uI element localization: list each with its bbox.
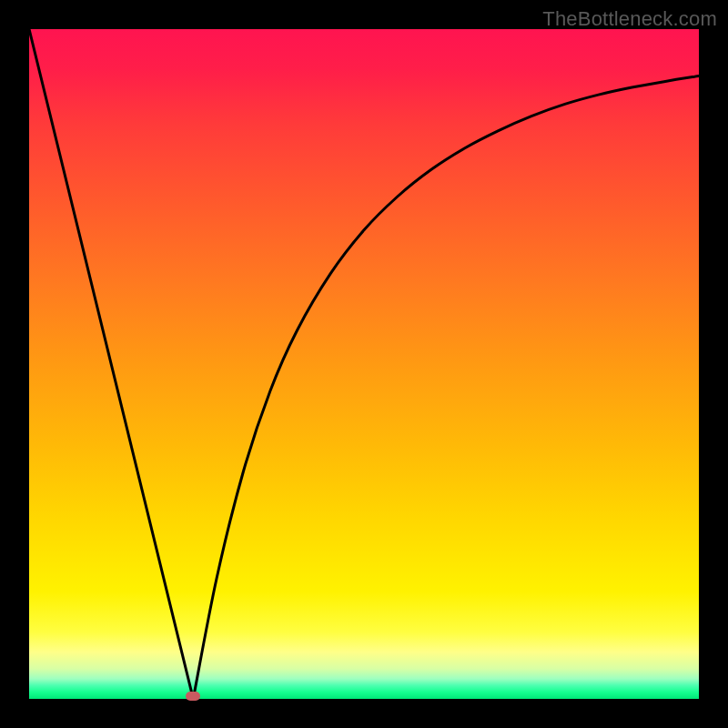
chart-frame: TheBottleneck.com bbox=[0, 0, 728, 728]
chart-plot-area bbox=[29, 29, 699, 699]
chart-curve-svg bbox=[29, 29, 699, 699]
chart-curve-path bbox=[29, 29, 699, 699]
minimum-point-marker bbox=[186, 692, 200, 701]
watermark-text: TheBottleneck.com bbox=[542, 7, 717, 31]
